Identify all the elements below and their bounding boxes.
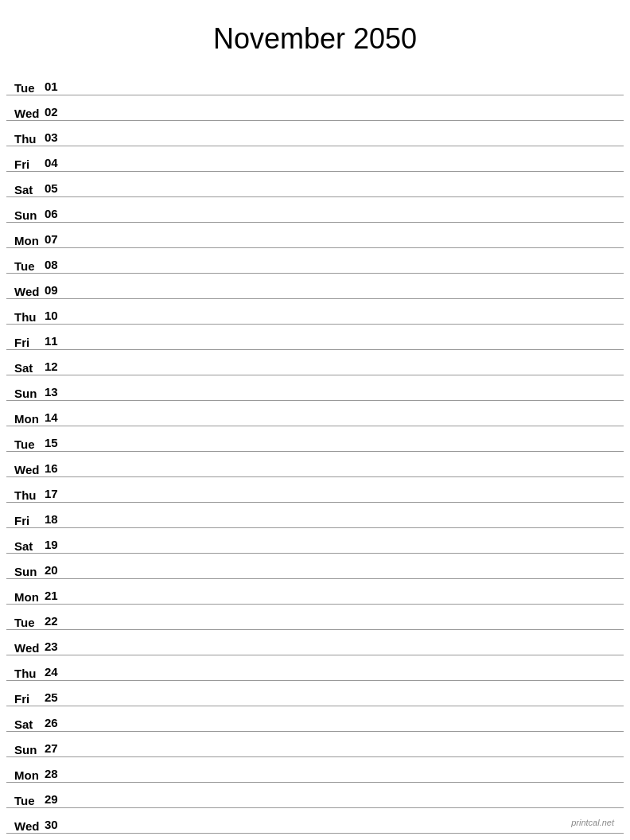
calendar-row: Mon28 — [6, 757, 624, 783]
day-line — [67, 119, 616, 120]
day-line — [67, 348, 616, 349]
day-line — [67, 170, 616, 171]
day-name: Sun — [14, 208, 45, 222]
day-number: 27 — [45, 741, 67, 756]
calendar-row: Fri04 — [6, 146, 624, 172]
day-number: 09 — [45, 283, 67, 298]
day-line — [67, 628, 616, 629]
calendar-row: Tue15 — [6, 426, 624, 452]
day-line — [67, 705, 616, 706]
calendar-row: Wed23 — [6, 630, 624, 655]
day-line — [67, 94, 616, 95]
day-number: 01 — [45, 80, 67, 95]
calendar-row: Wed30 — [6, 808, 624, 834]
day-name: Wed — [14, 107, 45, 120]
day-line — [67, 756, 616, 756]
calendar-row: Tue08 — [6, 248, 624, 274]
day-name: Sun — [14, 743, 45, 756]
day-name: Thu — [14, 488, 45, 502]
calendar-row: Sun20 — [6, 554, 624, 579]
day-name: Tue — [14, 616, 45, 629]
day-number: 10 — [45, 309, 67, 324]
day-number: 12 — [45, 360, 67, 375]
day-number: 08 — [45, 258, 67, 273]
day-number: 26 — [45, 716, 67, 731]
day-name: Sun — [14, 565, 45, 578]
calendar-row: Tue01 — [6, 70, 624, 95]
calendar-row: Sat05 — [6, 172, 624, 197]
day-name: Thu — [14, 667, 45, 680]
day-line — [67, 374, 616, 375]
day-line — [67, 832, 616, 833]
day-name: Fri — [14, 158, 45, 171]
day-number: 20 — [45, 563, 67, 578]
day-name: Sat — [14, 539, 45, 553]
calendar-row: Sun13 — [6, 375, 624, 401]
calendar-row: Thu17 — [6, 477, 624, 503]
day-number: 05 — [45, 181, 67, 196]
day-line — [67, 221, 616, 222]
calendar-container: Tue01Wed02Thu03Fri04Sat05Sun06Mon07Tue08… — [0, 70, 630, 834]
day-number: 22 — [45, 614, 67, 629]
calendar-row: Fri18 — [6, 503, 624, 528]
day-name: Mon — [14, 234, 45, 247]
day-line — [67, 679, 616, 680]
calendar-row: Fri25 — [6, 681, 624, 706]
day-number: 06 — [45, 207, 67, 222]
calendar-row: Thu10 — [6, 299, 624, 325]
calendar-row: Wed16 — [6, 452, 624, 477]
calendar-row: Sun27 — [6, 732, 624, 757]
day-name: Sat — [14, 718, 45, 731]
day-number: 28 — [45, 767, 67, 782]
day-name: Sat — [14, 183, 45, 196]
day-line — [67, 298, 616, 298]
calendar-row: Thu24 — [6, 655, 624, 681]
day-name: Mon — [14, 768, 45, 782]
day-line — [67, 272, 616, 273]
day-name: Fri — [14, 336, 45, 349]
day-number: 13 — [45, 385, 67, 400]
day-line — [67, 450, 616, 451]
day-number: 18 — [45, 512, 67, 527]
calendar-row: Sat12 — [6, 350, 624, 375]
calendar-row: Sun06 — [6, 197, 624, 223]
day-name: Tue — [14, 81, 45, 95]
day-line — [67, 807, 616, 807]
calendar-row: Mon21 — [6, 579, 624, 605]
day-line — [67, 196, 616, 196]
day-line — [67, 781, 616, 782]
day-line — [67, 476, 616, 476]
day-number: 03 — [45, 130, 67, 146]
day-number: 25 — [45, 690, 67, 706]
day-line — [67, 603, 616, 604]
day-number: 15 — [45, 436, 67, 451]
day-line — [67, 730, 616, 731]
day-number: 14 — [45, 410, 67, 426]
calendar-row: Mon14 — [6, 401, 624, 426]
day-name: Thu — [14, 310, 45, 324]
day-name: Mon — [14, 412, 45, 426]
day-name: Tue — [14, 259, 45, 273]
calendar-row: Tue22 — [6, 605, 624, 630]
day-name: Wed — [14, 285, 45, 298]
calendar-row: Wed09 — [6, 274, 624, 299]
day-line — [67, 578, 616, 578]
day-line — [67, 552, 616, 553]
day-name: Fri — [14, 692, 45, 706]
day-number: 23 — [45, 640, 67, 655]
day-number: 04 — [45, 156, 67, 171]
day-number: 07 — [45, 232, 67, 247]
calendar-row: Fri11 — [6, 325, 624, 350]
day-line — [67, 323, 616, 324]
day-name: Mon — [14, 590, 45, 604]
day-name: Wed — [14, 819, 45, 833]
day-line — [67, 425, 616, 426]
calendar-row: Mon07 — [6, 223, 624, 248]
day-line — [67, 527, 616, 527]
page-title: November 2050 — [0, 0, 630, 70]
day-number: 29 — [45, 792, 67, 807]
day-name: Wed — [14, 641, 45, 655]
day-number: 17 — [45, 487, 67, 502]
day-name: Wed — [14, 463, 45, 476]
day-name: Sun — [14, 387, 45, 400]
